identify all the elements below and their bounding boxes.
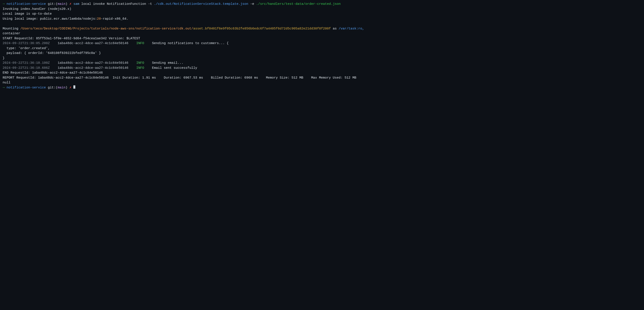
line-payload: payload: { orderId: '648108f839222bfedf7…: [2, 51, 642, 56]
terminal: → notification-service git: ( main ) ✗ s…: [2, 2, 642, 90]
report-space5: [303, 76, 311, 80]
new-prompt-space3: [72, 85, 73, 90]
line-null: null: [2, 80, 642, 85]
line-log-2: 2024-09-22T21:36:10.100Z 1aba48dc-acc2-4…: [2, 61, 642, 66]
cmd-sam: sam: [72, 2, 79, 7]
prompt-branch-close: ): [66, 2, 68, 7]
report-space2: [156, 76, 164, 80]
line-log-3: 2024-09-22T21:36:10.686Z 1aba48dc-acc2-4…: [2, 66, 642, 71]
local-image-text: Local image is up-to-date: [2, 12, 52, 16]
log1-reqid: 1aba48dc-acc2-4dce-aa27-4c1c84e50146: [58, 41, 128, 46]
new-prompt-branch-open: (: [56, 85, 58, 90]
log3-reqid: 1aba48dc-acc2-4dce-aa27-4c1c84e50146: [58, 66, 128, 71]
type-text: type: 'order.created',: [2, 46, 50, 51]
new-prompt-git-label: git:: [46, 85, 56, 90]
cmd-flag-e: -e: [248, 2, 256, 7]
cursor: [73, 85, 75, 89]
end-prefix: END RequestId:: [2, 70, 32, 76]
log2-space3: [144, 61, 152, 66]
prompt-arrow: →: [2, 2, 4, 7]
new-prompt-branch: main: [58, 85, 66, 90]
line-close-brace: }: [2, 56, 642, 61]
report-prefix: REPORT RequestId:: [2, 76, 38, 80]
log2-level: INFO: [136, 61, 144, 66]
log3-level: INFO: [136, 66, 144, 71]
prompt-x: ✗: [70, 2, 72, 7]
log2-space1: [50, 61, 58, 66]
report-space3: [203, 76, 211, 80]
payload-text: payload: { orderId: '648108f839222bfedf7…: [2, 51, 101, 56]
prompt-branch: main: [58, 2, 66, 7]
log3-message: Email sent successfully: [152, 66, 197, 71]
log2-reqid: 1aba48dc-acc2-4dce-aa27-4c1c84e50146: [58, 61, 128, 66]
invoking-text: Invoking index.handler (nodejs20.x): [2, 7, 72, 12]
log1-timestamp: 2024-09-22T21:36:05.200Z: [2, 41, 50, 46]
log3-timestamp: 2024-09-22T21:36:10.686Z: [2, 66, 50, 71]
empty-line-1: [2, 22, 642, 26]
mounting-middle: as: [331, 26, 338, 32]
report-mem: Memory Size: 512 MB: [266, 76, 303, 80]
report-dur: Duration: 6967.53 ms: [164, 76, 203, 80]
line-using-image: Using local image: public.ecr.aws/lambda…: [2, 16, 642, 22]
line-mounting: Mounting /Users/teco/Desktop/CODING/Proj…: [2, 26, 642, 32]
prompt-dir: [4, 2, 6, 7]
new-prompt-space: [4, 85, 6, 90]
report-id: 1aba48dc-acc2-4dce-aa27-4c1c84e50146: [38, 76, 109, 80]
new-prompt-line[interactable]: → notification-service git: ( main ) ✗: [2, 85, 642, 90]
new-prompt-space2: [68, 85, 70, 90]
line-log-1: 2024-09-22T21:36:05.200Z 1aba48dc-acc2-4…: [2, 41, 642, 46]
log1-message: Sending notifications to customers... {: [152, 41, 228, 46]
line-local-image: Local image is up-to-date: [2, 12, 642, 16]
line-end: END RequestId: 1aba48dc-acc2-4dce-aa27-4…: [2, 70, 642, 76]
log1-level: INFO: [136, 41, 144, 46]
close-brace: }: [2, 56, 4, 61]
start-id: 85ff53a1-5f0e-4652-9d64-f54cea1ae342: [36, 36, 107, 41]
prompt-git-label: git:: [46, 2, 56, 7]
log1-space3: [144, 41, 152, 46]
new-prompt-arrow: →: [2, 85, 4, 90]
line-invoking: Invoking index.handler (nodejs20.x): [2, 7, 642, 12]
log3-space3: [144, 66, 152, 71]
report-space4: [258, 76, 266, 80]
log3-space1: [50, 66, 58, 71]
end-id: 1aba48dc-acc2-4dce-aa27-4c1c84e50146: [32, 70, 103, 76]
log2-space2: [128, 61, 136, 66]
prompt-space: [68, 2, 70, 7]
line-start: START RequestId: 85ff53a1-5f0e-4652-9d64…: [2, 36, 642, 41]
prompt-branch-open: (: [56, 2, 58, 7]
log3-space2: [128, 66, 136, 71]
new-prompt-dir: notification-service: [6, 85, 46, 90]
start-prefix: START RequestId:: [2, 36, 36, 41]
log1-space2: [128, 41, 136, 46]
line-container: container: [2, 31, 642, 36]
prompt-dirname: notification-service: [6, 2, 46, 7]
container-text: container: [2, 31, 20, 36]
mounting-prefix: Mounting: [2, 26, 20, 32]
log2-message: Sending email...: [152, 61, 184, 66]
log2-timestamp: 2024-09-22T21:36:10.100Z: [2, 61, 50, 66]
command-line: → notification-service git: ( main ) ✗ s…: [2, 2, 642, 7]
nodejs-version: 20: [97, 16, 101, 22]
mounting-path2: /var/task:ro,: [338, 26, 364, 32]
null-text: null: [2, 80, 10, 85]
mounting-path1: /Users/teco/Desktop/CODING/Projects/tuto…: [20, 26, 193, 32]
log1-space1: [50, 41, 58, 46]
mounting-asset: asset.bf0401f6e9f05c63b2fe856b6edc6f7a44…: [193, 26, 331, 32]
line-type: type: 'order.created',: [2, 46, 642, 51]
new-prompt-branch-close: ): [66, 85, 68, 90]
report-billed: Billed Duration: 6968 ms: [211, 76, 258, 80]
report-init: Init Duration: 1.91 ms: [113, 76, 156, 80]
using-image-suffix: -rapid-x86_64.: [101, 16, 128, 22]
cmd-rest: local invoke NotificationFunction -t: [79, 2, 154, 7]
new-prompt-x: ✗: [70, 85, 72, 90]
report-maxmem: Max Memory Used: 512 MB: [311, 76, 356, 80]
report-space1: [109, 76, 113, 80]
using-image-prefix: Using local image: public.ecr.aws/lambda…: [2, 16, 97, 22]
cmd-path-event: ./src/handlers/test-data/order-created.j…: [256, 2, 340, 7]
start-suffix: Version: $LATEST: [107, 36, 140, 41]
cmd-path-template: ./cdk.out/NotificationServiceStack.templ…: [154, 2, 248, 7]
line-report: REPORT RequestId: 1aba48dc-acc2-4dce-aa2…: [2, 76, 642, 80]
